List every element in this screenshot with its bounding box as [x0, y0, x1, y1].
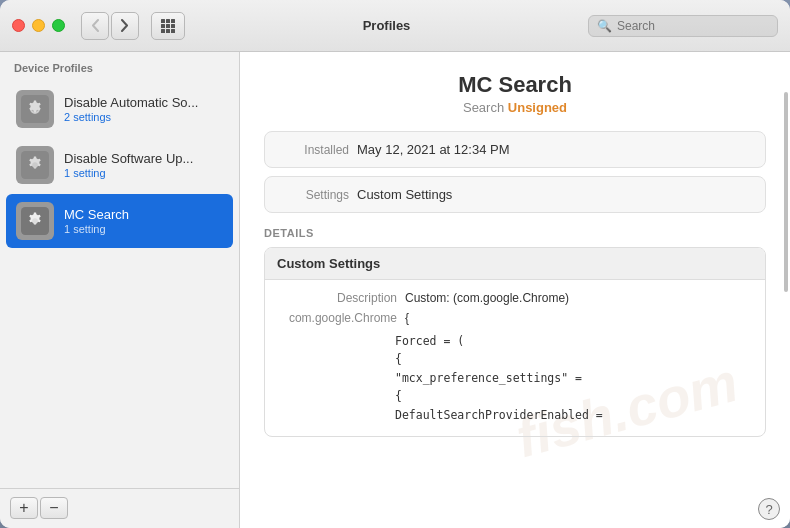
details-box-title: Custom Settings: [265, 248, 765, 280]
settings-label: Settings: [279, 188, 349, 202]
svg-point-4: [32, 218, 38, 224]
forward-button[interactable]: [111, 12, 139, 40]
profile-meta: 1 setting: [64, 223, 223, 235]
remove-profile-button[interactable]: −: [40, 497, 68, 519]
profile-info: Disable Automatic So... 2 settings: [64, 95, 223, 123]
code-block: Forced = ( { "mcx_preference_settings" =…: [265, 328, 765, 428]
code-line-5: DefaultSearchProviderEnabled =: [395, 406, 753, 424]
code-label: com.google.Chrome: [277, 311, 397, 325]
profile-info: Disable Software Up... 1 setting: [64, 151, 223, 179]
profile-icon: [16, 202, 54, 240]
section-header: DETAILS: [264, 227, 766, 239]
code-line-4: {: [395, 387, 753, 405]
settings-value: Custom Settings: [357, 187, 452, 202]
profile-list: Disable Automatic So... 2 settings: [0, 80, 239, 488]
profile-meta: 1 setting: [64, 167, 223, 179]
description-label: Description: [277, 291, 397, 305]
description-value: Custom: (com.google.Chrome): [405, 291, 569, 305]
sidebar-footer: + −: [0, 488, 239, 527]
window-title: Profiles: [193, 18, 580, 33]
profile-icon: [16, 90, 54, 128]
details-box-content: Description Custom: (com.google.Chrome) …: [265, 280, 765, 436]
code-line-1: Forced = (: [395, 332, 753, 350]
subtitle-prefix: Search: [463, 100, 504, 115]
minimize-button[interactable]: [32, 19, 45, 32]
installed-label: Installed: [279, 143, 349, 157]
back-button[interactable]: [81, 12, 109, 40]
code-label-row: com.google.Chrome {: [265, 308, 765, 328]
close-button[interactable]: [12, 19, 25, 32]
sidebar-item-mc-search[interactable]: MC Search 1 setting: [6, 194, 233, 248]
code-brace: {: [405, 311, 409, 325]
detail-subtitle: Search Unsigned: [264, 100, 766, 115]
main-content: Device Profiles Disable Automatic So... …: [0, 52, 790, 528]
code-line-2: {: [395, 350, 753, 368]
traffic-lights: [12, 19, 65, 32]
add-profile-button[interactable]: +: [10, 497, 38, 519]
settings-row: Settings Custom Settings: [264, 176, 766, 213]
search-icon: 🔍: [597, 19, 612, 33]
details-box: Custom Settings Description Custom: (com…: [264, 247, 766, 437]
detail-title: MC Search: [264, 72, 766, 98]
app-window: Profiles 🔍 Device Profiles: [0, 0, 790, 528]
grid-view-button[interactable]: [151, 12, 185, 40]
titlebar: Profiles 🔍: [0, 0, 790, 52]
installed-value: May 12, 2021 at 12:34 PM: [357, 142, 509, 157]
unsigned-badge: Unsigned: [508, 100, 567, 115]
description-row: Description Custom: (com.google.Chrome): [265, 288, 765, 308]
code-line-3: "mcx_preference_settings" =: [395, 369, 753, 387]
detail-content: MC Search Search Unsigned Installed May …: [240, 52, 790, 457]
sidebar: Device Profiles Disable Automatic So... …: [0, 52, 240, 528]
sidebar-item-disable-software[interactable]: Disable Software Up... 1 setting: [6, 138, 233, 192]
nav-buttons: [81, 12, 139, 40]
detail-panel: fish.com MC Search Search Unsigned Insta…: [240, 52, 790, 528]
sidebar-item-disable-auto[interactable]: Disable Automatic So... 2 settings: [6, 82, 233, 136]
maximize-button[interactable]: [52, 19, 65, 32]
help-button[interactable]: ?: [758, 498, 780, 520]
profile-meta: 2 settings: [64, 111, 223, 123]
profile-icon: [16, 146, 54, 184]
profile-name: MC Search: [64, 207, 223, 222]
sidebar-header: Device Profiles: [0, 52, 239, 80]
search-box[interactable]: 🔍: [588, 15, 778, 37]
svg-point-2: [32, 162, 38, 168]
search-input[interactable]: [617, 19, 767, 33]
profile-name: Disable Software Up...: [64, 151, 223, 166]
installed-row: Installed May 12, 2021 at 12:34 PM: [264, 131, 766, 168]
profile-info: MC Search 1 setting: [64, 207, 223, 235]
profile-name: Disable Automatic So...: [64, 95, 223, 110]
grid-icon: [161, 19, 175, 33]
